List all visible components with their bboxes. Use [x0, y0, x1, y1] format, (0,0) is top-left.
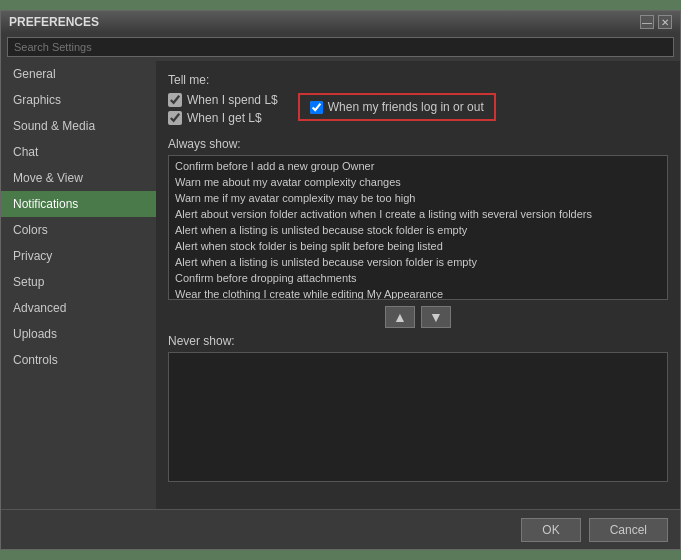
- spend-checkbox-row[interactable]: When I spend L$: [168, 93, 278, 107]
- bottom-bar: OK Cancel: [1, 509, 680, 549]
- content-area: General Graphics Sound & Media Chat Move…: [1, 61, 680, 509]
- move-up-button[interactable]: ▲: [385, 306, 415, 328]
- get-checkbox-row[interactable]: When I get L$: [168, 111, 278, 125]
- friends-highlighted-box: When my friends log in or out: [298, 93, 496, 121]
- list-item[interactable]: Warn me about my avatar complexity chang…: [169, 174, 667, 190]
- sidebar-item-colors[interactable]: Colors: [1, 217, 156, 243]
- friends-checkbox[interactable]: [310, 101, 323, 114]
- tell-me-label: Tell me:: [168, 73, 668, 87]
- get-label: When I get L$: [187, 111, 262, 125]
- move-down-button[interactable]: ▼: [421, 306, 451, 328]
- close-button[interactable]: ✕: [658, 15, 672, 29]
- main-panel: Tell me: When I spend L$ When I get L$: [156, 61, 680, 509]
- list-item[interactable]: Alert when stock folder is being split b…: [169, 238, 667, 254]
- sidebar-item-uploads[interactable]: Uploads: [1, 321, 156, 347]
- spend-checkbox[interactable]: [168, 93, 182, 107]
- tell-me-row: When I spend L$ When I get L$ When my fr…: [168, 93, 668, 125]
- sidebar-item-controls[interactable]: Controls: [1, 347, 156, 373]
- always-show-list[interactable]: Confirm before I add a new group Owner W…: [168, 155, 668, 300]
- never-show-list[interactable]: [168, 352, 668, 482]
- move-buttons: ▲ ▼: [168, 306, 668, 328]
- sidebar-item-chat[interactable]: Chat: [1, 139, 156, 165]
- tell-me-section: Tell me: When I spend L$ When I get L$: [168, 73, 668, 125]
- preferences-window: PREFERENCES — ✕ General Graphics Sound &…: [0, 10, 681, 550]
- title-bar-controls: — ✕: [640, 15, 672, 29]
- list-item[interactable]: Alert about version folder activation wh…: [169, 206, 667, 222]
- spend-label: When I spend L$: [187, 93, 278, 107]
- list-item[interactable]: Warn me if my avatar complexity may be t…: [169, 190, 667, 206]
- sidebar-item-advanced[interactable]: Advanced: [1, 295, 156, 321]
- list-item[interactable]: Alert when a listing is unlisted because…: [169, 254, 667, 270]
- sidebar: General Graphics Sound & Media Chat Move…: [1, 61, 156, 509]
- sidebar-item-move-view[interactable]: Move & View: [1, 165, 156, 191]
- sidebar-item-sound-media[interactable]: Sound & Media: [1, 113, 156, 139]
- search-input[interactable]: [7, 37, 674, 57]
- sidebar-item-privacy[interactable]: Privacy: [1, 243, 156, 269]
- checkboxes-left: When I spend L$ When I get L$: [168, 93, 278, 125]
- search-bar: [1, 33, 680, 61]
- friends-label: When my friends log in or out: [328, 100, 484, 114]
- always-show-label: Always show:: [168, 137, 668, 151]
- never-show-label: Never show:: [168, 334, 668, 348]
- sidebar-item-graphics[interactable]: Graphics: [1, 87, 156, 113]
- always-show-list-inner: Confirm before I add a new group Owner W…: [169, 156, 667, 300]
- window-title: PREFERENCES: [9, 15, 640, 29]
- ok-button[interactable]: OK: [521, 518, 580, 542]
- list-item[interactable]: Confirm before I add a new group Owner: [169, 158, 667, 174]
- minimize-button[interactable]: —: [640, 15, 654, 29]
- cancel-button[interactable]: Cancel: [589, 518, 668, 542]
- list-item[interactable]: Confirm before dropping attachments: [169, 270, 667, 286]
- get-checkbox[interactable]: [168, 111, 182, 125]
- list-item[interactable]: Wear the clothing I create while editing…: [169, 286, 667, 300]
- sidebar-item-setup[interactable]: Setup: [1, 269, 156, 295]
- sidebar-item-notifications[interactable]: Notifications: [1, 191, 156, 217]
- title-bar: PREFERENCES — ✕: [1, 11, 680, 33]
- list-item[interactable]: Alert when a listing is unlisted because…: [169, 222, 667, 238]
- sidebar-item-general[interactable]: General: [1, 61, 156, 87]
